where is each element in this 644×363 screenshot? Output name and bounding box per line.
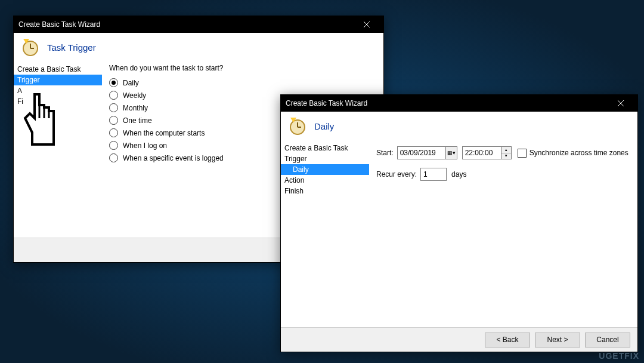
radio-label: One time (123, 116, 152, 125)
start-time-input[interactable] (462, 146, 501, 159)
trigger-question: When do you want the task to start? (109, 64, 376, 72)
recur-label: Recur every: (376, 170, 417, 179)
radio-icon (109, 153, 118, 162)
window-title: Create Basic Task Wizard (286, 99, 609, 107)
chevron-up-icon: ▲ (501, 147, 511, 153)
clock-icon (288, 116, 307, 136)
radio-label: When a specific event is logged (123, 154, 224, 162)
radio-icon (109, 78, 118, 87)
sidebar-item-create[interactable]: Create a Basic Task (14, 64, 102, 75)
wizard-header: Task Trigger (14, 33, 383, 61)
radio-label: Monthly (123, 104, 148, 112)
start-date-input[interactable] (397, 146, 446, 159)
sidebar-item-trigger[interactable]: Trigger (281, 153, 369, 164)
sidebar-item-finish[interactable]: Fi (14, 96, 102, 107)
close-button[interactable] (355, 16, 379, 33)
radio-icon (109, 103, 118, 112)
radio-label: When the computer starts (123, 129, 205, 137)
wizard-heading: Task Trigger (47, 42, 96, 53)
clock-icon (21, 38, 40, 57)
sidebar-item-action[interactable]: A (14, 85, 102, 96)
radio-daily[interactable]: Daily (109, 78, 376, 87)
radio-label: Weekly (123, 91, 146, 100)
calendar-icon: ▦▾ (446, 147, 457, 159)
radio-icon (109, 116, 118, 125)
chevron-down-icon: ▼ (501, 153, 511, 159)
sidebar-item-create[interactable]: Create a Basic Task (281, 143, 369, 153)
close-icon (364, 21, 370, 27)
sync-checkbox[interactable] (518, 149, 527, 158)
radio-icon (109, 128, 118, 137)
sidebar-item-finish[interactable]: Finish (281, 186, 369, 196)
back-button[interactable]: < Back (485, 333, 530, 347)
sidebar-item-daily[interactable]: Daily (281, 164, 369, 175)
recur-unit: days (451, 170, 466, 179)
time-spinner[interactable]: ▲▼ (501, 146, 512, 159)
wizard-header: Daily (281, 112, 637, 140)
sync-label: Synchronize across time zones (530, 149, 628, 157)
close-icon (618, 100, 624, 106)
watermark: UGETFIX (599, 351, 639, 361)
titlebar[interactable]: Create Basic Task Wizard (14, 16, 383, 33)
radio-label: Daily (123, 79, 139, 87)
wizard-window-daily: Create Basic Task Wizard Daily Create a … (280, 94, 638, 352)
sidebar-item-action[interactable]: Action (281, 175, 369, 186)
wizard-content: Start: ▦▾ ▲▼ Synchronize across time zon… (369, 140, 637, 331)
wizard-sidebar: Create a Basic Task Trigger A Fi (14, 61, 102, 241)
wizard-heading: Daily (314, 121, 334, 131)
radio-icon (109, 91, 118, 100)
start-label: Start: (376, 149, 394, 157)
wizard-button-bar: < Back Next > Cancel (281, 327, 637, 352)
radio-label: When I log on (123, 141, 167, 150)
titlebar[interactable]: Create Basic Task Wizard (281, 95, 637, 112)
window-title: Create Basic Task Wizard (18, 20, 355, 29)
next-button[interactable]: Next > (535, 333, 580, 347)
wizard-sidebar: Create a Basic Task Trigger Daily Action… (281, 140, 369, 331)
cancel-button[interactable]: Cancel (585, 333, 630, 347)
radio-icon (109, 141, 118, 150)
sidebar-item-trigger[interactable]: Trigger (14, 75, 102, 85)
date-picker-button[interactable]: ▦▾ (446, 146, 457, 159)
close-button[interactable] (609, 95, 633, 112)
recur-input[interactable] (420, 168, 447, 181)
